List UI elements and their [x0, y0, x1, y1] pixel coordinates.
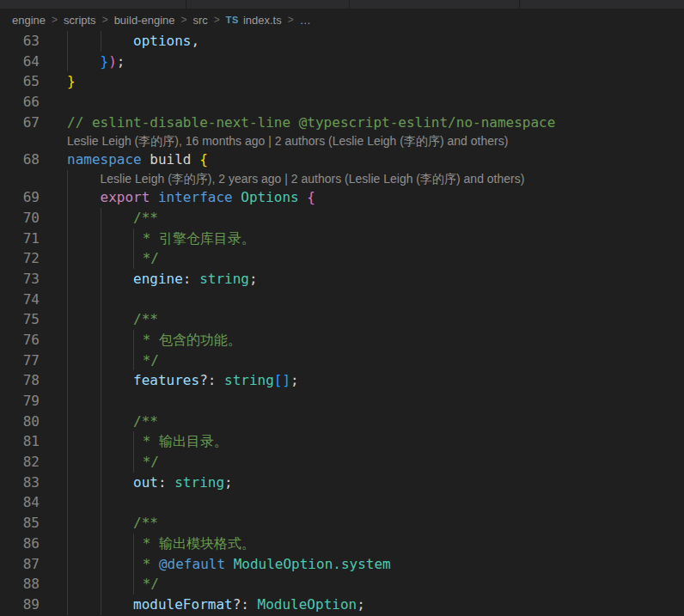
line-number[interactable]: 78 — [0, 370, 40, 391]
line-number[interactable]: 87 — [0, 554, 40, 575]
code-content[interactable]: /** — [67, 309, 684, 330]
line-number[interactable]: 81 — [0, 431, 40, 452]
breadcrumb-item-src[interactable]: src — [193, 14, 208, 27]
indent-guide — [67, 248, 101, 269]
line-number[interactable]: 65 — [0, 71, 40, 92]
line-number[interactable]: 86 — [0, 534, 40, 554]
line-number[interactable]: 83 — [0, 473, 40, 493]
code-content[interactable]: * 包含的功能。 — [67, 330, 684, 351]
line-number[interactable]: 71 — [0, 229, 40, 249]
line-number[interactable]: 69 — [0, 187, 40, 208]
line-number[interactable]: 63 — [0, 31, 40, 52]
line-number[interactable]: 73 — [0, 269, 40, 290]
blame-text: Leslie Leigh (李的序), 2 years ago | 2 auth… — [67, 170, 684, 187]
indent-guide — [67, 595, 101, 615]
indent-guide — [101, 595, 134, 615]
line-number[interactable]: 67 — [0, 113, 40, 133]
line-number[interactable]: 72 — [0, 248, 40, 269]
chevron-right-icon: > — [180, 14, 186, 26]
code-content[interactable]: features?: string[]; — [67, 370, 684, 391]
code-line: 73engine: string; — [0, 269, 684, 290]
code-content[interactable]: /** — [67, 208, 684, 229]
code-content[interactable]: namespace build { — [67, 149, 684, 170]
code-content[interactable]: // eslint-disable-next-line @typescript-… — [67, 113, 684, 133]
line-number[interactable]: 84 — [0, 492, 40, 513]
indent-guide — [67, 452, 101, 473]
line-number[interactable]: 70 — [0, 208, 40, 229]
code-content[interactable]: /** — [67, 513, 684, 534]
indent-guide — [67, 412, 101, 432]
code-line: 85/** — [0, 513, 684, 534]
indent-guide — [101, 351, 134, 371]
line-number[interactable]: 64 — [0, 52, 40, 72]
git-blame-annotation: Leslie Leigh (李的序), 2 years ago | 2 auth… — [101, 172, 525, 186]
line-number[interactable]: 77 — [0, 351, 40, 371]
tab-bar[interactable] — [0, 0, 684, 9]
code-content[interactable]: out: string; — [67, 473, 684, 493]
line-number[interactable]: 75 — [0, 309, 40, 330]
line-number[interactable]: 82 — [0, 452, 40, 473]
code-content[interactable]: }); — [67, 52, 684, 72]
line-number[interactable]: 66 — [0, 92, 40, 113]
line-number[interactable]: 79 — [0, 391, 40, 412]
indent-guide — [67, 391, 101, 412]
breadcrumb-item-scripts[interactable]: scripts — [64, 14, 96, 27]
indent-guide — [67, 431, 101, 452]
code-token: string — [224, 372, 274, 388]
line-number[interactable]: 88 — [0, 574, 40, 595]
code-token: */ — [134, 352, 159, 369]
code-token: { — [307, 189, 315, 205]
line-number[interactable]: 74 — [0, 290, 40, 310]
indent-guide — [67, 473, 101, 493]
indent-guide — [67, 534, 101, 554]
code-line: 84 — [0, 492, 684, 513]
code-content[interactable]: */ — [67, 574, 684, 595]
line-number[interactable]: 85 — [0, 513, 40, 534]
indent-guide — [101, 269, 134, 290]
code-content[interactable] — [67, 290, 684, 310]
code-editor[interactable]: 63options,64});65}6667// eslint-disable-… — [0, 31, 684, 615]
code-token: ?: — [199, 372, 224, 388]
code-content[interactable]: */ — [67, 248, 684, 269]
code-content[interactable]: /** — [67, 412, 684, 432]
code-line: 63options, — [0, 31, 684, 52]
code-content[interactable]: moduleFormat?: ModuleOption; — [67, 595, 684, 615]
code-content[interactable] — [67, 492, 684, 513]
code-content[interactable]: */ — [67, 351, 684, 371]
code-content[interactable]: engine: string; — [67, 269, 684, 290]
line-number[interactable]: 89 — [0, 595, 40, 615]
editor-rows: 63options,64});65}6667// eslint-disable-… — [0, 31, 684, 615]
code-line: 83out: string; — [0, 473, 684, 493]
code-content[interactable]: export interface Options { — [67, 187, 684, 208]
code-content[interactable] — [67, 92, 684, 113]
code-token: [] — [274, 372, 290, 388]
code-content[interactable]: * @default ModuleOption.system — [67, 554, 684, 575]
indent-guide — [101, 492, 134, 513]
code-content[interactable]: * 引擎仓库目录。 — [67, 229, 684, 249]
breadcrumb-item-engine[interactable]: engine — [12, 14, 46, 27]
breadcrumb-item-index-ts[interactable]: index.ts — [243, 14, 282, 27]
code-content[interactable]: * 输出模块格式。 — [67, 534, 684, 554]
code-line: 77 */ — [0, 351, 684, 371]
indent-guide — [101, 208, 134, 229]
code-token: /** — [133, 210, 158, 226]
code-token: : — [183, 271, 199, 287]
code-content[interactable]: options, — [67, 31, 684, 52]
code-content[interactable]: * 输出目录。 — [67, 431, 684, 452]
chevron-right-icon: > — [214, 14, 220, 26]
breadcrumb-item--[interactable]: … — [300, 14, 311, 27]
git-blame-annotation: Leslie Leigh (李的序), 16 months ago | 2 au… — [67, 134, 508, 148]
code-content[interactable] — [67, 391, 684, 412]
code-content[interactable]: } — [67, 71, 684, 92]
indent-guide — [67, 269, 101, 290]
code-content[interactable]: */ — [67, 452, 684, 473]
line-number[interactable]: 68 — [0, 149, 40, 170]
line-number[interactable]: 80 — [0, 412, 40, 432]
breadcrumb-item-build-engine[interactable]: build-engine — [114, 14, 175, 27]
indent-guide — [101, 229, 134, 249]
code-token: /** — [133, 413, 158, 430]
indent-guide — [67, 574, 101, 595]
code-line: 65} — [0, 71, 684, 92]
code-token: { — [199, 151, 208, 168]
line-number[interactable]: 76 — [0, 330, 40, 351]
